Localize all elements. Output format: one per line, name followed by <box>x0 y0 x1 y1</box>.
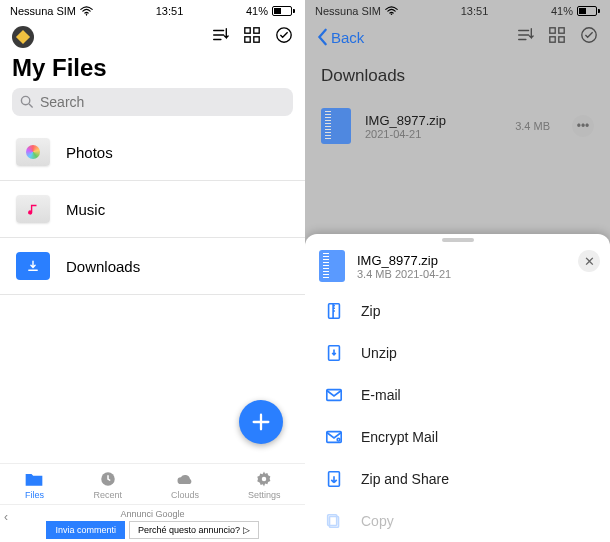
sort-icon[interactable] <box>211 26 229 48</box>
music-folder-icon <box>16 195 50 223</box>
ad-close-icon[interactable]: ‹ <box>4 510 8 524</box>
photos-folder-icon <box>16 138 50 166</box>
app-logo-icon[interactable] <box>12 26 34 48</box>
page-title: My Files <box>0 54 305 88</box>
wifi-icon <box>385 6 398 16</box>
folder-icon <box>24 470 44 488</box>
lock-mail-icon <box>325 428 343 446</box>
battery-label: 41% <box>246 5 268 17</box>
ad-label: Annunci Google <box>120 509 184 519</box>
chevron-left-icon <box>317 28 329 46</box>
time-label: 13:51 <box>461 5 489 17</box>
carrier-label: Nessuna SIM <box>10 5 76 17</box>
zip-icon <box>325 302 343 320</box>
svg-point-10 <box>391 13 393 15</box>
action-sheet: IMG_8977.zip 3.4 MB 2021-04-21 ✕ Zip Unz… <box>305 234 610 542</box>
battery-icon <box>577 6 600 16</box>
folder-photos[interactable]: Photos <box>0 124 305 181</box>
grid-icon[interactable] <box>243 26 261 48</box>
cloud-icon <box>175 470 195 488</box>
action-zip-share[interactable]: Zip and Share <box>305 458 610 500</box>
tab-settings[interactable]: Settings <box>248 470 281 500</box>
status-bar: Nessuna SIM 13:51 41% <box>305 0 610 20</box>
svg-point-0 <box>86 13 88 15</box>
folder-label: Downloads <box>66 258 140 275</box>
folder-music[interactable]: Music <box>0 181 305 238</box>
file-date: 2021-04-21 <box>365 128 501 140</box>
search-input[interactable] <box>40 94 285 110</box>
svg-rect-1 <box>245 28 250 33</box>
svg-rect-11 <box>550 28 555 33</box>
svg-rect-14 <box>559 37 564 42</box>
svg-rect-13 <box>550 37 555 42</box>
top-bar <box>0 20 305 54</box>
tab-files[interactable]: Files <box>24 470 44 500</box>
svg-rect-3 <box>245 37 250 42</box>
action-encrypt-mail[interactable]: Encrypt Mail <box>305 416 610 458</box>
ad-why-button[interactable]: Perché questo annuncio? ▷ <box>129 521 259 539</box>
plus-icon <box>250 411 272 433</box>
zip-file-icon <box>321 108 351 144</box>
svg-point-20 <box>337 438 340 441</box>
downloads-folder-icon <box>16 252 50 280</box>
status-bar: Nessuna SIM 13:51 41% <box>0 0 305 20</box>
tab-bar: Files Recent Clouds Settings <box>0 463 305 504</box>
nav-bar: Back <box>305 20 610 54</box>
right-screen: Nessuna SIM 13:51 41% Back Downloads IMG… <box>305 0 610 542</box>
copy-icon <box>325 512 343 530</box>
sheet-file-name: IMG_8977.zip <box>357 253 451 268</box>
check-circle-icon[interactable] <box>580 26 598 48</box>
more-button[interactable]: ••• <box>572 115 594 137</box>
file-size: 3.4 MB <box>515 120 550 132</box>
battery-label: 41% <box>551 5 573 17</box>
action-email[interactable]: E-mail <box>305 374 610 416</box>
search-icon <box>20 95 34 109</box>
folder-label: Photos <box>66 144 113 161</box>
ad-feedback-button[interactable]: Invia commenti <box>46 521 125 539</box>
time-label: 13:51 <box>156 5 184 17</box>
sort-icon[interactable] <box>516 26 534 48</box>
folder-downloads[interactable]: Downloads <box>0 238 305 295</box>
add-button[interactable] <box>239 400 283 444</box>
tab-clouds[interactable]: Clouds <box>171 470 199 500</box>
mail-icon <box>325 386 343 404</box>
unzip-icon <box>325 344 343 362</box>
page-title: Downloads <box>305 54 610 98</box>
left-screen: Nessuna SIM 13:51 41% My Files Photos Mu… <box>0 0 305 542</box>
tab-recent[interactable]: Recent <box>93 470 122 500</box>
gear-icon <box>254 470 274 488</box>
zip-file-icon <box>319 250 345 282</box>
action-zip[interactable]: Zip <box>305 290 610 332</box>
svg-rect-4 <box>254 37 259 42</box>
share-icon <box>325 470 343 488</box>
file-row[interactable]: IMG_8977.zip 2021-04-21 3.4 MB ••• <box>305 98 610 154</box>
wifi-icon <box>80 6 93 16</box>
folder-label: Music <box>66 201 105 218</box>
close-button[interactable]: ✕ <box>578 250 600 272</box>
back-button[interactable]: Back <box>317 28 364 46</box>
close-icon: ✕ <box>584 254 595 269</box>
battery-icon <box>272 6 295 16</box>
svg-rect-2 <box>254 28 259 33</box>
carrier-label: Nessuna SIM <box>315 5 381 17</box>
search-bar[interactable] <box>12 88 293 116</box>
sheet-header: IMG_8977.zip 3.4 MB 2021-04-21 ✕ <box>305 242 610 290</box>
svg-point-6 <box>21 96 29 104</box>
svg-point-9 <box>262 477 267 482</box>
action-copy[interactable]: Copy <box>305 500 610 542</box>
grid-icon[interactable] <box>548 26 566 48</box>
check-circle-icon[interactable] <box>275 26 293 48</box>
ad-bar: ‹ Annunci Google Invia commenti Perché q… <box>0 504 305 542</box>
svg-rect-12 <box>559 28 564 33</box>
sheet-file-sub: 3.4 MB 2021-04-21 <box>357 268 451 280</box>
clock-icon <box>98 470 118 488</box>
file-name: IMG_8977.zip <box>365 113 501 128</box>
action-unzip[interactable]: Unzip <box>305 332 610 374</box>
